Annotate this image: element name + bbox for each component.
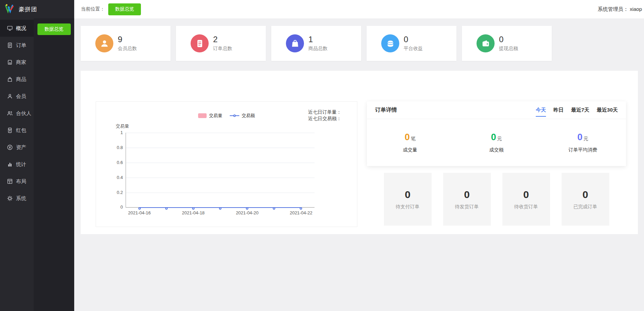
chart-line-marker: [165, 207, 167, 210]
grid-line: [126, 148, 315, 148]
sidebar-item-partners[interactable]: 合伙人: [0, 105, 34, 122]
order-stat-value: 0元: [540, 132, 626, 143]
layout-icon: [7, 178, 13, 184]
legend-label: 交易额: [242, 113, 255, 119]
stat-label: 平台收益: [404, 46, 423, 52]
status-card-completed: 0 已完成订单: [562, 173, 609, 226]
data-overview-button[interactable]: 数据总览: [108, 3, 141, 15]
data-overview-submenu-button[interactable]: 数据总览: [37, 23, 71, 35]
y-tick-label: 0.6: [109, 160, 123, 165]
sidebar-item-label: 订单: [16, 42, 26, 49]
status-value: 0: [405, 189, 410, 200]
order-status-row: 0 待支付订单 0 待发货订单 0 待收货订单 0 已完成订单: [367, 173, 626, 226]
stats-row: 9 会员总数 2 订单总数: [81, 26, 638, 61]
stat-text: 2 订单总数: [213, 35, 232, 52]
status-label: 已完成订单: [574, 204, 597, 210]
sidebar-body: 概况 订单 商家 商品: [0, 18, 74, 311]
admin-info: 系统管理员： xiaop: [598, 6, 642, 13]
stat-text: 9 会员总数: [118, 35, 137, 52]
main-area: 当前位置： 数据总览 系统管理员： xiaop 9 会员总数: [74, 0, 644, 311]
admin-role-label: 系统管理员：: [598, 6, 628, 12]
chart-y-axis-title: 交易量: [116, 123, 129, 129]
content: 9 会员总数 2 订单总数: [74, 18, 644, 311]
x-tick-label: 2021-04-18: [182, 210, 205, 215]
order-details-header: 订单详情 今天 昨日 最近7天 最近30天: [367, 101, 626, 119]
red-packet-icon: [7, 127, 13, 133]
users-icon: [7, 110, 13, 116]
status-card-unpaid: 0 待支付订单: [384, 173, 432, 226]
tab-last7days[interactable]: 最近7天: [571, 101, 589, 119]
order-stat-unit: 笔: [411, 136, 416, 141]
coins-icon: [381, 34, 399, 52]
sidebar-item-system[interactable]: 系统: [0, 190, 34, 207]
status-card-to-ship: 0 待发货订单: [443, 173, 491, 226]
tab-yesterday[interactable]: 昨日: [553, 101, 564, 119]
stat-value: 2: [213, 35, 232, 44]
grid-line: [126, 163, 315, 163]
order-details-title: 订单详情: [375, 107, 397, 114]
order-stat-unit: 元: [497, 136, 502, 141]
sidebar-item-label: 商家: [16, 59, 26, 66]
annotation-order-count: 近七日订单量：: [308, 109, 341, 115]
y-tick-label: 0.2: [109, 190, 123, 195]
breadcrumb-label: 当前位置：: [81, 6, 105, 12]
status-card-to-receive: 0 待收货订单: [502, 173, 550, 226]
order-stat-average: 0元 订单平均消费: [540, 132, 626, 153]
y-tick-label: 0.8: [109, 145, 123, 150]
stat-value: 0: [404, 35, 423, 44]
wallet-icon: [477, 34, 495, 52]
legend-item-volume[interactable]: 交易量: [198, 113, 222, 119]
x-tick-label: 2021-04-22: [290, 210, 312, 215]
store-icon: [7, 59, 13, 65]
sidebar-item-label: 资产: [16, 144, 26, 151]
app-title: 豪拼团: [19, 5, 37, 13]
gear-icon: [7, 195, 13, 201]
order-stat-volume: 0笔 成交量: [367, 132, 453, 153]
sidebar-item-redpacket[interactable]: 红包: [0, 122, 34, 139]
dashboard-icon: [7, 25, 13, 31]
x-tick-label: 2021-04-16: [128, 210, 151, 215]
y-tick-label: 1: [109, 130, 123, 135]
sidebar-item-assets[interactable]: 资产: [0, 139, 34, 156]
y-tick-label: 0.4: [109, 175, 123, 180]
stat-card-orders: 2 订单总数: [176, 26, 266, 61]
sidebar-item-label: 商品: [16, 76, 26, 83]
sidebar-item-products[interactable]: 商品: [0, 71, 34, 88]
sidebar-item-members[interactable]: 会员: [0, 88, 34, 105]
sidebar-item-merchants[interactable]: 商家: [0, 54, 34, 71]
bag-icon: [7, 76, 13, 82]
chart-bar-icon: [7, 161, 13, 167]
order-stat-label: 成交量: [367, 147, 453, 153]
stat-text: 0 提现总额: [499, 35, 518, 52]
x-tick-label: 2021-04-20: [236, 210, 259, 215]
chart-line-marker: [246, 207, 248, 210]
app-root: 豪拼团 概况 订单: [0, 0, 644, 311]
primary-nav: 概况 订单 商家 商品: [0, 18, 34, 311]
order-stat-value: 0笔: [367, 132, 453, 143]
legend-label: 交易量: [209, 113, 222, 119]
tab-last30days[interactable]: 最近30天: [597, 101, 618, 119]
member-icon: [95, 34, 113, 52]
status-value: 0: [523, 189, 529, 200]
order-stat-label: 订单平均消费: [540, 147, 626, 153]
order-period-tabs: 今天 昨日 最近7天 最近30天: [536, 101, 618, 119]
legend-item-amount[interactable]: 交易额: [230, 113, 255, 119]
legend-bar-swatch: [198, 113, 207, 118]
dashboard-panel: 交易量 交易额 近七日订单量： 近七日交易额： 交易量 10.80.60.40.…: [81, 71, 638, 234]
stat-text: 1 商品总数: [308, 35, 327, 52]
sidebar-item-orders[interactable]: 订单: [0, 37, 34, 54]
tab-today[interactable]: 今天: [536, 101, 546, 119]
stat-card-products: 1 商品总数: [271, 26, 361, 61]
y-tick-label: 0: [109, 204, 123, 210]
sidebar-item-label: 概况: [16, 25, 26, 32]
chart-line-marker: [138, 207, 141, 210]
grid-line: [126, 178, 315, 178]
shopping-bag-icon: [286, 34, 304, 52]
chart-line-marker: [192, 207, 194, 210]
sidebar-item-statistics[interactable]: 统计: [0, 156, 34, 173]
sidebar-item-layout[interactable]: 布局: [0, 173, 34, 190]
stat-label: 提现总额: [499, 46, 518, 52]
admin-username: xiaop: [630, 6, 642, 12]
order-doc-icon: [7, 42, 13, 48]
sidebar-item-overview[interactable]: 概况: [0, 20, 34, 37]
